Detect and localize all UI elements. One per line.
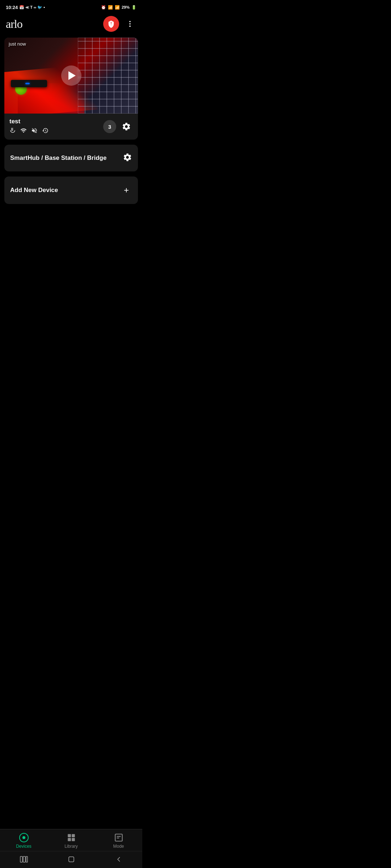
alert-button[interactable]	[103, 16, 119, 32]
camera-thumbnail[interactable]: just now	[4, 38, 138, 114]
notification-badge[interactable]: 3	[103, 120, 116, 133]
power-icon	[9, 127, 16, 135]
hub-card[interactable]: SmartHub / Base Station / Bridge	[4, 145, 138, 171]
more-vertical-icon	[126, 20, 134, 28]
hub-gear-icon	[123, 153, 132, 162]
alarm-icon: ⏰	[101, 5, 106, 10]
notification-count: 3	[108, 124, 111, 130]
camera-left-info: test	[9, 118, 49, 135]
camera-settings-button[interactable]	[120, 120, 133, 133]
voicemail-icon: ∞	[34, 5, 36, 9]
battery-icon: 🔋	[131, 5, 136, 10]
app-logo: arlo	[6, 17, 22, 31]
play-button[interactable]	[61, 65, 81, 86]
carrier-icon: T	[30, 5, 33, 9]
volume-icon	[31, 127, 38, 135]
battery-text: 29%	[122, 5, 130, 9]
twitter-icon: 🐦	[37, 5, 42, 10]
camera-card: just now test	[4, 38, 138, 140]
status-icons-left: 📅 ≪ T ∞ 🐦 •	[19, 5, 45, 10]
status-time: 10:24 📅 ≪ T ∞ 🐦 •	[6, 5, 45, 10]
camera-device-object	[11, 80, 47, 87]
wire-rack	[78, 38, 138, 114]
signal-icon: 📶	[115, 5, 120, 10]
svg-point-0	[129, 21, 131, 22]
motion-icon	[42, 127, 49, 135]
camera-info-bar: test 3	[4, 114, 138, 140]
camera-name: test	[9, 118, 49, 125]
add-device-title: Add New Device	[10, 187, 58, 194]
time-display: 10:24	[6, 5, 18, 10]
camera-actions: 3	[103, 120, 133, 133]
camera-status-icons	[9, 127, 49, 135]
header-actions	[103, 16, 136, 32]
calendar-icon: 📅	[19, 5, 24, 10]
wifi-status-icon	[20, 127, 27, 135]
add-device-card[interactable]: Add New Device +	[4, 176, 138, 204]
status-right: ⏰ 📶 📶 29% 🔋	[101, 5, 136, 10]
app-header: arlo	[0, 13, 142, 38]
hub-title: SmartHub / Base Station / Bridge	[10, 154, 106, 162]
shield-alert-icon	[107, 20, 115, 28]
more-options-button[interactable]	[123, 17, 136, 30]
status-bar: 10:24 📅 ≪ T ∞ 🐦 • ⏰ 📶 📶 29% 🔋	[0, 0, 142, 13]
nfc-icon: ≪	[25, 5, 29, 9]
hub-settings-button[interactable]	[123, 153, 132, 163]
svg-point-1	[129, 23, 131, 25]
add-device-icon: +	[121, 184, 132, 196]
red-beam-2	[18, 83, 85, 114]
dot-icon: •	[43, 5, 45, 9]
main-content: just now test	[0, 38, 142, 204]
video-timestamp: just now	[9, 41, 26, 47]
wifi-icon: 📶	[108, 5, 113, 10]
gear-icon	[122, 122, 131, 131]
svg-point-2	[129, 26, 131, 27]
